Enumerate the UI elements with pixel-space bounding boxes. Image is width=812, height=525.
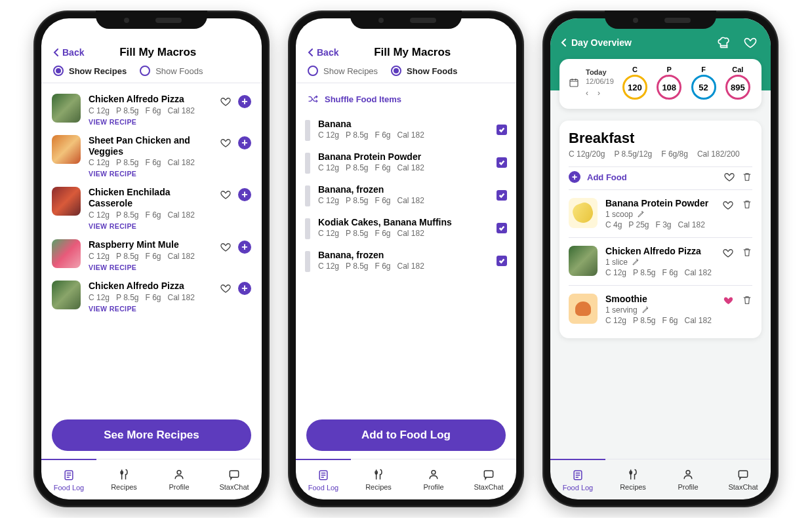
next-day-button[interactable]: ›: [598, 88, 600, 98]
tab-staxchat[interactable]: StaxChat: [207, 459, 262, 499]
item-serving: 1 slice: [605, 256, 714, 267]
heart-icon[interactable]: [722, 199, 734, 211]
tab-recipes[interactable]: Recipes: [96, 459, 152, 499]
add-food-label[interactable]: Add Food: [587, 172, 717, 182]
day-summary-card: Today 12/06/19 ‹ › C120P108F52Cal895: [559, 59, 761, 109]
tab-foodlog[interactable]: Food Log: [296, 459, 351, 499]
calendar-icon[interactable]: [569, 77, 579, 88]
tab-staxchat[interactable]: StaxChat: [716, 459, 771, 499]
checkbox[interactable]: [497, 190, 507, 201]
drag-handle-icon[interactable]: [305, 185, 310, 206]
tab-profile[interactable]: Profile: [152, 459, 207, 499]
view-recipe-link[interactable]: VIEW RECIPE: [89, 220, 212, 230]
recipe-row[interactable]: Raspberry Mint MuleC 12gP 8.5gF 6gCal 18…: [51, 234, 253, 275]
food-row[interactable]: Banana, frozenC 12gP 8.5gF 6gCal 182: [305, 179, 507, 212]
tab-staxchat[interactable]: StaxChat: [461, 459, 516, 499]
checkbox[interactable]: [497, 223, 507, 233]
pencil-icon[interactable]: [641, 306, 649, 314]
view-recipe-link[interactable]: VIEW RECIPE: [89, 167, 212, 178]
drag-handle-icon[interactable]: [305, 218, 310, 239]
favorite-button[interactable]: [741, 33, 760, 52]
food-row[interactable]: Kodiak Cakes, Banana MuffinsC 12gP 8.5gF…: [305, 212, 507, 244]
heart-filled-icon[interactable]: [723, 295, 734, 306]
tab-profile[interactable]: Profile: [406, 459, 461, 499]
food-list[interactable]: Shuffle Food Items BananaC 12gP 8.5gF 6g…: [296, 83, 516, 414]
macro-ring-p: P108: [657, 66, 681, 100]
trash-icon[interactable]: [742, 247, 752, 258]
recipe-row[interactable]: Chicken Alfredo PizzaC 12gP 8.5gF 6gCal …: [51, 88, 253, 130]
svg-rect-5: [484, 471, 493, 477]
meal-title: Breakfast: [569, 130, 752, 147]
meal-item-row[interactable]: Chicken Alfredo Pizza1 slice C 12gP 8.5g…: [569, 238, 752, 286]
recipes-icon: [626, 468, 639, 481]
heart-icon[interactable]: [220, 241, 232, 253]
pencil-icon[interactable]: [637, 210, 645, 218]
tab-recipes[interactable]: Recipes: [351, 459, 406, 499]
view-recipe-link[interactable]: VIEW RECIPE: [89, 302, 212, 313]
add-icon[interactable]: +: [238, 95, 251, 108]
recipe-thumbnail: [52, 135, 81, 164]
add-icon[interactable]: +: [238, 136, 251, 149]
radio-show-recipes[interactable]: Show Recipes: [53, 66, 127, 76]
view-recipe-link[interactable]: VIEW RECIPE: [89, 261, 212, 271]
heart-icon[interactable]: [722, 247, 734, 259]
meal-card: Breakfast C 12g/20g P 8.5g/12g F 6g/8g C…: [559, 121, 761, 338]
heart-icon[interactable]: [220, 189, 232, 201]
trash-icon[interactable]: [742, 199, 752, 210]
item-name: Chicken Alfredo Pizza: [605, 246, 714, 256]
recipe-row[interactable]: Chicken Alfredo PizzaC 12gP 8.5gF 6gCal …: [51, 275, 253, 317]
profile-icon: [427, 468, 440, 481]
trash-icon[interactable]: [742, 295, 752, 305]
macro-ring-c: C120: [622, 66, 647, 100]
food-row[interactable]: Banana, frozenC 12gP 8.5gF 6gCal 182: [305, 244, 507, 277]
tab-foodlog[interactable]: Food Log: [550, 459, 605, 499]
heart-icon[interactable]: [723, 171, 735, 183]
recipe-macros: C 12gP 8.5gF 6gCal 182: [89, 292, 212, 302]
food-macros: C 12gP 8.5gF 6gCal 182: [318, 162, 489, 172]
item-serving: 1 scoop: [605, 208, 714, 219]
checkbox[interactable]: [497, 125, 507, 135]
header: Back Fill My Macros: [41, 39, 262, 62]
radio-show-foods[interactable]: Show Foods: [140, 66, 203, 76]
add-icon[interactable]: +: [238, 188, 251, 201]
prev-day-button[interactable]: ‹: [586, 88, 588, 98]
shuffle-button[interactable]: Shuffle Food Items: [305, 88, 507, 113]
add-icon[interactable]: +: [238, 241, 251, 254]
chef-button[interactable]: [714, 33, 734, 52]
add-food-button[interactable]: +: [569, 171, 580, 183]
back-button[interactable]: Day Overview: [561, 37, 632, 48]
item-name: Banana Protein Powder: [605, 198, 714, 208]
view-recipe-link[interactable]: VIEW RECIPE: [89, 115, 212, 126]
staxchat-icon: [228, 468, 241, 481]
trash-icon[interactable]: [742, 172, 752, 182]
pencil-icon[interactable]: [632, 258, 639, 266]
tab-profile[interactable]: Profile: [660, 459, 716, 499]
item-thumbnail: [569, 246, 598, 276]
heart-icon[interactable]: [220, 137, 232, 149]
recipe-row[interactable]: Chicken Enchilada CasseroleC 12gP 8.5gF …: [51, 182, 253, 234]
tab-recipes[interactable]: Recipes: [605, 459, 660, 499]
chevron-left-icon: [561, 39, 567, 47]
radio-show-foods[interactable]: Show Foods: [391, 66, 457, 76]
drag-handle-icon[interactable]: [305, 120, 310, 141]
recipe-list[interactable]: Chicken Alfredo PizzaC 12gP 8.5gF 6gCal …: [41, 83, 262, 414]
checkbox[interactable]: [497, 157, 507, 168]
tab-foodlog[interactable]: Food Log: [41, 459, 96, 499]
recipe-name: Raspberry Mint Mule: [89, 239, 212, 250]
recipe-row[interactable]: Sheet Pan Chicken and VeggiesC 12gP 8.5g…: [51, 130, 253, 182]
meal-item-row[interactable]: Smoothie1 serving C 12gP 8.5gF 6gCal 182: [569, 286, 752, 333]
radio-dot-icon: [308, 66, 318, 76]
food-row[interactable]: BananaC 12gP 8.5gF 6gCal 182: [305, 113, 507, 146]
heart-icon[interactable]: [220, 96, 232, 107]
heart-icon[interactable]: [220, 282, 232, 294]
food-row[interactable]: Banana Protein PowderC 12gP 8.5gF 6gCal …: [305, 146, 507, 179]
add-to-log-button[interactable]: Add to Food Log: [306, 419, 506, 451]
checkbox[interactable]: [497, 256, 507, 266]
see-more-button[interactable]: See More Recipes: [52, 419, 251, 451]
radio-show-recipes[interactable]: Show Recipes: [308, 66, 378, 76]
add-icon[interactable]: +: [238, 282, 251, 295]
filter-row: Show Recipes Show Foods: [296, 62, 516, 83]
meal-item-row[interactable]: Banana Protein Powder1 scoop C 4gP 25gF …: [569, 190, 752, 238]
drag-handle-icon[interactable]: [305, 153, 310, 174]
drag-handle-icon[interactable]: [305, 251, 310, 272]
